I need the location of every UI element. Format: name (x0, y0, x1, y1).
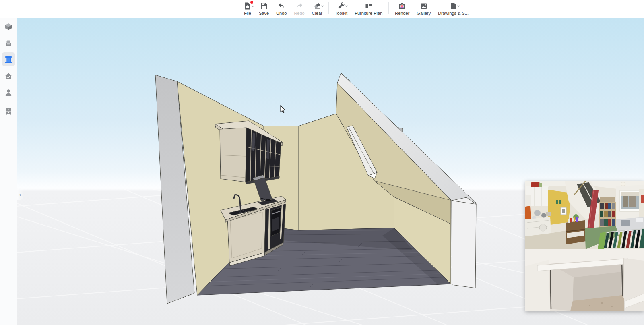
redo-button[interactable]: Redo (290, 1, 308, 16)
eraser-icon (313, 2, 321, 10)
redo-label: Redo (294, 11, 304, 16)
toolbar-separator (388, 2, 389, 14)
render-button[interactable]: Render (391, 1, 413, 16)
file-label: File (244, 11, 251, 16)
right-wall-end (452, 197, 476, 288)
sidebar-item-furniture[interactable] (0, 35, 17, 51)
house-icon (4, 72, 13, 81)
panel-expand-button[interactable]: › (17, 188, 23, 200)
attic-room-photo (525, 181, 644, 249)
cabinet-icon (4, 107, 13, 116)
sidebar-item-people[interactable] (0, 84, 17, 101)
reference-photos (525, 181, 644, 311)
toolkit-button[interactable]: Toolkit (331, 1, 351, 16)
undo-icon (277, 2, 285, 10)
furniture-plan-label: Furniture Plan (355, 11, 382, 16)
sidebar-item-cabinets[interactable] (0, 103, 17, 119)
cube-icon (4, 22, 13, 31)
app-window: File Save (0, 0, 644, 325)
sidebar (0, 18, 17, 325)
sidebar-item-doors-windows[interactable] (0, 51, 17, 68)
gallery-button[interactable]: Gallery (413, 1, 434, 16)
drawings-button[interactable]: Drawings & S... (434, 1, 472, 16)
toolkit-label: Toolkit (335, 11, 347, 16)
undo-label: Undo (276, 11, 287, 16)
clear-label: Clear (312, 11, 322, 16)
stairwell-photo (525, 249, 644, 311)
caret-down-icon (251, 5, 254, 8)
furniture-plan-button[interactable]: Furniture Plan (351, 1, 386, 16)
caret-down-icon (457, 5, 460, 8)
redo-icon (295, 2, 303, 10)
toolbar: File Save (0, 0, 644, 18)
caret-down-icon (345, 5, 348, 8)
reference-photo-inset (525, 181, 644, 311)
save-button[interactable]: Save (255, 1, 272, 16)
person-icon (4, 88, 13, 97)
file-button[interactable]: File (240, 1, 255, 16)
render-camera-icon (398, 2, 406, 10)
drawings-label: Drawings & S... (438, 11, 469, 16)
drawings-icon (449, 2, 457, 10)
toolbar-separator (328, 2, 329, 14)
clear-button[interactable]: Clear (308, 1, 326, 16)
armchair-icon (4, 39, 13, 48)
furniture-plan-icon (365, 2, 373, 10)
door-icon (4, 55, 13, 64)
render-label: Render (395, 11, 409, 16)
gallery-label: Gallery (417, 11, 431, 16)
save-label: Save (259, 11, 269, 16)
save-icon (260, 2, 268, 10)
sidebar-item-construction[interactable] (0, 18, 17, 35)
undo-button[interactable]: Undo (272, 1, 290, 16)
notification-badge (250, 1, 253, 4)
sidebar-item-decorate[interactable] (0, 68, 17, 84)
chevron-right-icon: › (19, 191, 21, 198)
caret-down-icon (321, 5, 324, 8)
file-icon (244, 2, 252, 10)
gallery-icon (420, 2, 428, 10)
wrench-icon (337, 2, 345, 10)
